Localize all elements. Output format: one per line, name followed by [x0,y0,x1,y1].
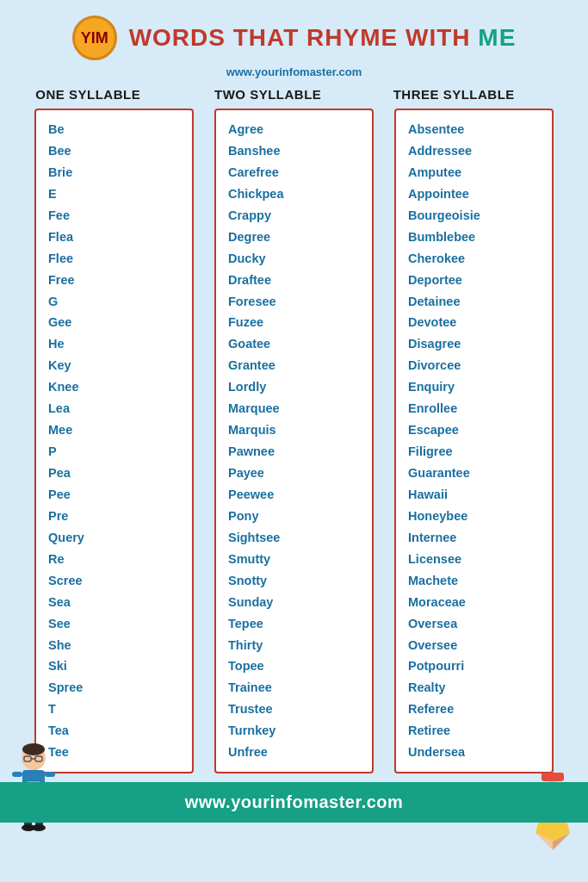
list-item: Flee [48,248,180,270]
list-item: Realty [408,677,540,699]
list-item: Amputee [408,162,540,183]
list-item: Payee [228,463,360,484]
list-item: Disagree [408,333,540,355]
list-item: Ski [48,655,180,677]
one-syllable-column: BeBeeBrieEFeeFleaFleeFreeGGeeHeKeyKneeLe… [34,109,194,773]
list-item: Draftee [228,270,360,291]
list-item: Pee [48,484,180,506]
list-item: Marquee [228,398,360,419]
list-item: Honeybee [408,506,540,527]
list-item: Turnkey [228,720,360,742]
list-item: See [48,613,180,635]
footer-url: www.yourinfomaster.com [185,792,404,811]
list-item: Chickpea [228,183,360,205]
list-item: Knee [48,376,180,398]
list-item: Fuzee [228,312,360,333]
col-header-3: THREE SYLLABLE [393,87,553,102]
two-syllable-column: AgreeBansheeCarefreeChickpeaCrappyDegree… [214,109,374,773]
list-item: Bee [48,140,180,162]
list-item: Enrollee [408,398,540,419]
list-item: P [48,441,180,463]
list-item: Pawnee [228,441,360,463]
list-item: Hawaii [408,484,540,506]
list-item: Pea [48,463,180,484]
page-title: WORDS THAT RHYME WITH ME [129,24,517,52]
list-item: Guarantee [408,463,540,484]
svg-rect-12 [45,772,55,777]
title-highlight: ME [478,24,516,51]
list-item: Topee [228,655,360,677]
header-website: www.yourinfomaster.com [0,65,588,78]
col-header-2: TWO SYLLABLE [214,87,374,102]
list-item: Be [48,119,180,140]
list-item: Escapee [408,419,540,441]
list-item: Licensee [408,549,540,570]
list-item: Re [48,549,180,570]
svg-point-10 [32,824,46,831]
list-item: Foresee [228,291,360,313]
list-item: Detainee [408,291,540,313]
list-item: Sightsee [228,527,360,549]
logo: YIM [72,16,117,60]
list-item: Sunday [228,592,360,613]
list-item: Enquiry [408,376,540,398]
svg-point-1 [22,743,45,755]
list-item: Carefree [228,162,360,183]
list-item: Appointee [408,183,540,205]
list-item: Goatee [228,333,360,355]
list-item: Gee [48,312,180,333]
list-item: Spree [48,677,180,699]
column-headers: ONE SYLLABLE TWO SYLLABLE THREE SYLLABLE [0,87,588,102]
list-item: Bourgeoisie [408,205,540,227]
list-item: Tea [48,720,180,742]
list-item: Mee [48,419,180,441]
list-item: Devotee [408,312,540,333]
list-item: Divorcee [408,355,540,376]
list-item: T [48,699,180,720]
list-item: Brie [48,162,180,183]
list-item: Lea [48,398,180,419]
list-item: Retiree [408,720,540,742]
three-syllable-column: AbsenteeAddresseeAmputeeAppointeeBourgeo… [394,109,554,773]
title-text: WORDS THAT RHYME WITH [129,24,479,51]
list-item: Agree [228,119,360,140]
list-item: Unfree [228,742,360,763]
list-item: Filigree [408,441,540,463]
col-header-1: ONE SYLLABLE [35,87,195,102]
list-item: Free [48,270,180,291]
list-item: Lordly [228,376,360,398]
list-item: Grantee [228,355,360,376]
list-item: Tepee [228,613,360,635]
list-item: Moraceae [408,592,540,613]
list-item: Snotty [228,570,360,592]
list-item: Crappy [228,205,360,227]
list-item: Pony [228,506,360,527]
list-item: Trainee [228,677,360,699]
list-item: Deportee [408,270,540,291]
list-item: Scree [48,570,180,592]
svg-rect-11 [12,772,22,777]
list-item: Degree [228,227,360,248]
list-item: Fee [48,205,180,227]
list-item: Bumblebee [408,227,540,248]
list-item: E [48,183,180,205]
list-item: Tee [48,742,180,763]
list-item: Undersea [408,742,540,763]
list-item: Key [48,355,180,376]
svg-rect-16 [542,773,564,781]
list-item: Banshee [228,140,360,162]
list-item: She [48,635,180,656]
list-item: Cherokee [408,248,540,270]
page-header: YIM WORDS THAT RHYME WITH ME [0,0,588,65]
list-item: Oversee [408,635,540,656]
word-columns: BeBeeBrieEFeeFleaFleeFreeGGeeHeKeyKneeLe… [0,109,588,773]
list-item: Addressee [408,140,540,162]
list-item: Oversea [408,613,540,635]
list-item: Query [48,527,180,549]
footer: www.yourinfomaster.com [0,782,588,823]
list-item: Referee [408,699,540,720]
list-item: Absentee [408,119,540,140]
list-item: He [48,333,180,355]
list-item: Peewee [228,484,360,506]
list-item: Sea [48,592,180,613]
